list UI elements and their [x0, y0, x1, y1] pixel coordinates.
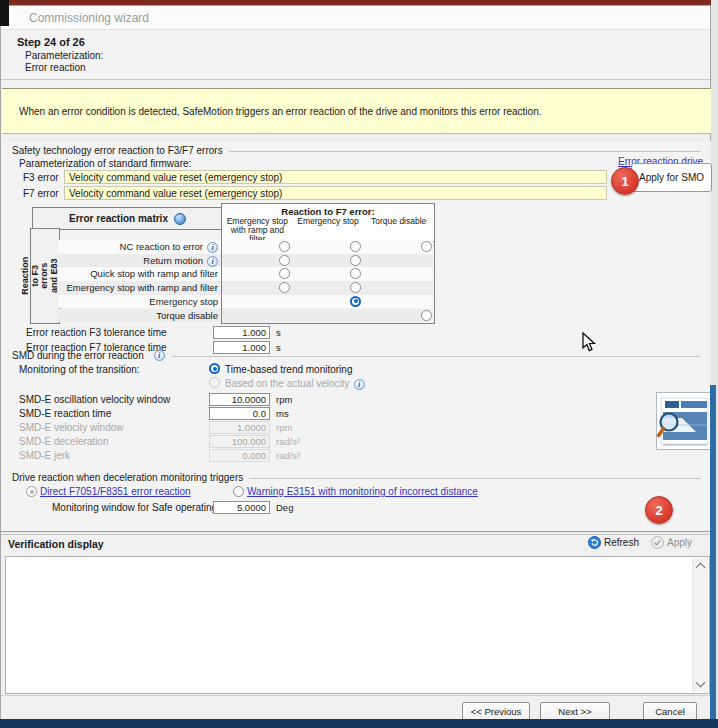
apply-for-smo-button[interactable]: Apply for SMO [631, 163, 712, 192]
step-header: Step 24 of 26 Parameterization: Error re… [1, 30, 710, 79]
monitoring-window-unit: Deg [276, 502, 293, 513]
matrix-row-label: Return motion [143, 255, 203, 266]
scroll-up-icon[interactable] [696, 563, 706, 573]
refresh-label: Refresh [604, 537, 639, 548]
f3-tolerance-field[interactable]: 1.000 [213, 326, 270, 339]
matrix-title: Error reaction matrix [69, 213, 168, 224]
f3-tolerance-unit: s [276, 327, 281, 338]
commissioning-wizard-dialog: Commissioning wizard Step 24 of 26 Param… [0, 5, 711, 719]
matrix-row: NC reaction to errori [58, 240, 433, 254]
monitoring-window-field[interactable]: 5.0000 [213, 501, 270, 514]
vertical-scrollbar[interactable] [692, 558, 708, 692]
refresh-button[interactable]: Refresh [588, 536, 639, 549]
step-subtitle-1: Parameterization: [25, 50, 103, 61]
warning-e3151-radio[interactable] [233, 486, 244, 497]
actual-velocity-label: Based on the actual velocityi [225, 378, 365, 390]
info-icon[interactable]: i [207, 256, 218, 267]
matrix-radio-selected[interactable] [350, 296, 361, 307]
verification-title: Verification display [8, 538, 104, 550]
matrix-row: Torque disable [58, 309, 433, 323]
smd-field-label: SMD-E reaction time [19, 408, 111, 419]
time-based-radio[interactable] [209, 363, 220, 374]
matrix-row-group-cell: Reaction to F3 errors and E83 warnings [30, 228, 60, 324]
matrix-radio[interactable] [421, 310, 432, 321]
background-window-corner [0, 0, 9, 26]
smd-field-unit: rad/s² [276, 436, 300, 447]
monitoring-transition-label: Monitoring of the transition: [19, 364, 140, 375]
direct-error-reaction-link[interactable]: Direct F7051/F8351 error reaction [40, 486, 191, 497]
globe-icon [174, 213, 186, 225]
matrix-row-label: NC reaction to error [120, 241, 203, 252]
matrix-radio[interactable] [350, 268, 361, 279]
matrix-radio[interactable] [350, 255, 361, 266]
section-smd-title: SMD during the error reaction [12, 350, 144, 361]
matrix-row: Emergency stop [58, 295, 433, 309]
apply-button[interactable]: Apply [651, 536, 692, 549]
smd-field-label: SMD-E oscillation velocity window [19, 394, 170, 405]
step-title: Step 24 of 26 [17, 36, 85, 48]
section-drive-reaction-title: Drive reaction when deceleration monitor… [12, 472, 243, 483]
smd-field-input[interactable]: 0.0 [209, 407, 270, 420]
smd-field-unit: ms [276, 408, 289, 419]
matrix-radio[interactable] [350, 241, 361, 252]
f3-error-field[interactable]: Velocity command value reset (emergency … [64, 170, 607, 184]
smd-diagram-thumbnail[interactable] [656, 392, 713, 450]
matrix-radio[interactable] [279, 268, 290, 279]
window-title: Commissioning wizard [29, 11, 149, 25]
f7-error-field[interactable]: Velocity command value reset (emergency … [64, 186, 607, 200]
refresh-icon [588, 536, 601, 549]
smd-field-input[interactable]: 10.0000 [209, 393, 270, 406]
f7-error-label: F7 error [23, 188, 59, 199]
divider [171, 356, 701, 357]
section-drive-reaction-heading: Drive reaction when deceleration monitor… [12, 472, 701, 483]
smd-field-label: SMD-E velocity window [19, 422, 123, 433]
section-safety-title: Safety technology error reaction to F3/F… [12, 145, 223, 156]
background-taskbar-strip [0, 719, 718, 728]
apply-label: Apply [667, 537, 692, 548]
section-smd-heading: SMD during the error reaction i [12, 350, 701, 361]
matrix-row-label: Quick stop with ramp and filter [90, 268, 218, 279]
matrix-radio[interactable] [279, 241, 290, 252]
main-content: Safety technology error reaction to F3/F… [2, 141, 711, 531]
matrix-radio[interactable] [279, 255, 290, 266]
firmware-subtitle: Parameterization of standard firmware: [19, 158, 191, 169]
divider [249, 478, 701, 479]
info-banner: When an error condition is detected, Saf… [2, 88, 711, 134]
info-icon[interactable]: i [207, 242, 218, 253]
matrix-radio[interactable] [279, 282, 290, 293]
annotation-badge-1: 1 [611, 167, 639, 195]
smd-field-input: 100.000 [209, 435, 270, 448]
footer-bar: << Previous Next >> Cancel [1, 695, 712, 720]
matrix-radio[interactable] [350, 282, 361, 293]
matrix-column-header: Reaction to F7 error: Emergency stop wit… [221, 203, 435, 242]
divider [229, 151, 701, 152]
mouse-cursor [582, 332, 596, 353]
verification-display-area[interactable] [5, 556, 710, 694]
verification-section: Verification display Refresh Apply [1, 531, 712, 695]
matrix-row-label: Torque disable [156, 310, 218, 321]
matrix-row-label: Emergency stop [149, 296, 218, 307]
matrix-row: Quick stop with ramp and filter [58, 267, 433, 281]
warning-e3151-link[interactable]: Warning E3151 with monitoring of incorre… [247, 486, 478, 497]
section-safety-heading: Safety technology error reaction to F3/F… [12, 145, 701, 156]
direct-error-reaction-radio[interactable] [26, 486, 37, 497]
smd-field-unit: rad/s³ [276, 450, 300, 461]
screen: { "window": { "title": "Commissioning wi… [0, 0, 718, 728]
background-window-right-border [710, 385, 716, 719]
smd-field-unit: rpm [276, 394, 292, 405]
monitoring-window-label: Monitoring window for Safe operating sto… [52, 502, 239, 513]
smd-field-unit: rpm [276, 422, 292, 433]
time-based-label[interactable]: Time-based trend monitoring [225, 364, 352, 375]
smd-field-input: 1.0000 [209, 421, 270, 434]
info-icon[interactable]: i [154, 350, 165, 361]
error-reaction-matrix: Error reaction matrix Reaction to F7 err… [30, 203, 433, 324]
matrix-title-cell: Error reaction matrix [32, 207, 223, 230]
actual-velocity-radio [209, 377, 220, 388]
scroll-down-icon[interactable] [696, 678, 706, 688]
title-bar[interactable]: Commissioning wizard [1, 6, 710, 30]
matrix-radio[interactable] [421, 241, 432, 252]
matrix-row: Emergency stop with ramp and filter [58, 281, 433, 295]
annotation-badge-2: 2 [645, 496, 673, 524]
smd-field-input: 0.000 [209, 449, 270, 462]
info-banner-text: When an error condition is detected, Saf… [19, 106, 541, 117]
